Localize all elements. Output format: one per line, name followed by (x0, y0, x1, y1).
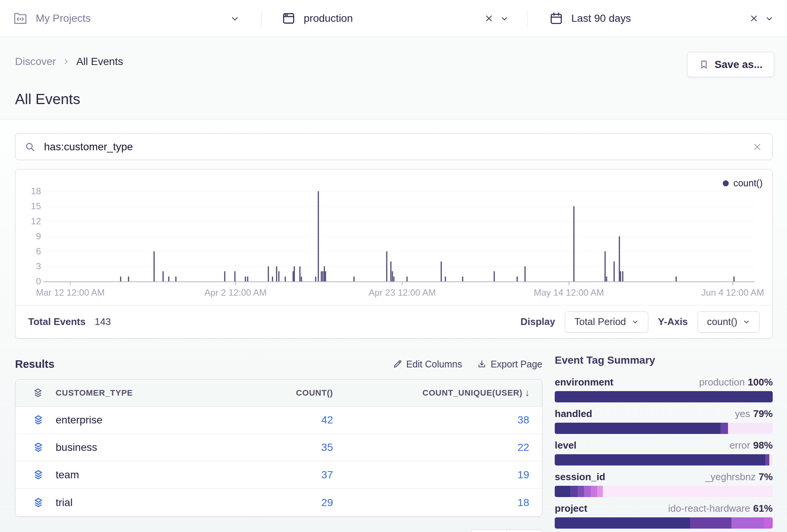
chart-bar (247, 277, 248, 281)
chart-bar (234, 271, 235, 281)
cell-count-unique-link[interactable]: 19 (333, 469, 542, 481)
col-count-unique[interactable]: COUNT_UNIQUE(USER) ↓ (333, 387, 542, 399)
chevron-down-icon[interactable] (230, 14, 240, 24)
window-icon (281, 11, 296, 26)
tag-distribution-bar[interactable] (555, 454, 773, 466)
clear-search-icon[interactable] (752, 142, 763, 152)
chart-bar (619, 236, 620, 281)
clear-date-range-icon[interactable] (749, 14, 759, 23)
edit-columns-button[interactable]: Edit Columns (393, 359, 462, 370)
chart-bar (224, 271, 226, 281)
chart-bar (245, 277, 246, 281)
previous-page-button[interactable] (471, 530, 507, 532)
project-filter[interactable]: My Projects (12, 0, 91, 36)
events-chart-panel: count() 0369121518 Mar 12 12:00 AMApr 2 … (15, 169, 773, 339)
cell-count-unique-link[interactable]: 22 (333, 441, 542, 453)
chevron-down-icon (631, 318, 639, 326)
tag-entry: handledyes79% (555, 408, 773, 434)
layers-icon (32, 387, 44, 399)
chart-legend[interactable]: count() (723, 178, 763, 189)
chart-bar (353, 277, 354, 281)
table-row[interactable]: team3719 (15, 461, 542, 489)
col-count[interactable]: COUNT() (138, 388, 333, 398)
edit-columns-label: Edit Columns (406, 359, 462, 370)
table-row[interactable]: enterprise4238 (15, 407, 542, 434)
chart-bar (272, 277, 273, 281)
chart-bar (494, 271, 495, 281)
chart-bar (168, 277, 170, 281)
tag-percent: 7% (758, 471, 773, 482)
results-table-body: enterprise4238business3522team3719trial2… (15, 407, 542, 516)
y-axis-select[interactable]: count() (698, 311, 760, 332)
cell-count-unique-link[interactable]: 18 (333, 497, 542, 509)
chart-bar (390, 261, 391, 281)
chevron-down-icon[interactable] (500, 14, 509, 23)
tag-bar-segment (731, 517, 764, 529)
tag-bar-segment (584, 486, 590, 497)
chart-bar (620, 271, 621, 281)
save-as-button[interactable]: Save as... (687, 52, 774, 77)
chart-bar (386, 251, 387, 281)
date-range-filter[interactable]: Last 90 days (549, 0, 631, 36)
x-axis-tick (70, 282, 71, 285)
x-axis-label: Jun 4 12:00 AM (701, 287, 764, 298)
discover-page: My Projects production (0, 0, 787, 532)
chart-bar (128, 277, 129, 281)
chart-bar (315, 277, 316, 281)
chart-bar (393, 277, 394, 281)
breadcrumb-discover-link[interactable]: Discover (15, 56, 56, 68)
cell-count-unique-link[interactable]: 38 (333, 414, 542, 426)
chart-bar (318, 191, 319, 281)
tag-bar-segment (597, 486, 603, 497)
tag-bar-segment (570, 486, 578, 497)
table-row[interactable]: business3522 (15, 434, 542, 461)
tag-distribution-bar[interactable] (555, 517, 773, 529)
cell-count-link[interactable]: 29 (138, 497, 333, 509)
download-icon (477, 359, 487, 369)
chart-bar (440, 261, 442, 281)
search-input[interactable] (44, 141, 752, 153)
tag-bar-segment (578, 486, 584, 497)
chevron-down-icon[interactable] (765, 14, 774, 23)
tag-entry: environmentproduction100% (555, 376, 773, 402)
table-row[interactable]: trial2918 (15, 489, 542, 516)
display-select[interactable]: Total Period (565, 311, 648, 332)
tag-top-value: production (699, 376, 745, 388)
chart-bar (324, 266, 325, 281)
tag-bar-segment (764, 517, 773, 529)
chart-bar (734, 277, 735, 281)
tag-distribution-bar[interactable] (555, 391, 773, 402)
tag-distribution-bar[interactable] (555, 423, 773, 434)
tag-key: environment (555, 376, 613, 388)
clear-environment-icon[interactable] (484, 14, 494, 23)
cell-customer-type: trial (56, 497, 73, 509)
next-page-button[interactable] (507, 530, 542, 532)
global-header: My Projects production (0, 0, 787, 36)
chart-bar (675, 277, 677, 281)
pencil-icon (393, 359, 403, 369)
cell-count-link[interactable]: 42 (138, 414, 333, 426)
tag-percent: 61% (753, 503, 773, 514)
x-axis-tick (235, 282, 236, 285)
chart-bar (622, 271, 624, 281)
chart-bar (573, 206, 574, 281)
tag-bar-segment (765, 454, 770, 466)
export-page-button[interactable]: Export Page (477, 359, 542, 370)
tag-distribution-bar[interactable] (555, 486, 773, 497)
chart-bar (614, 261, 615, 281)
tag-bar-segment (603, 486, 773, 497)
chart-bar (300, 266, 301, 281)
x-axis-tick (569, 282, 569, 285)
tag-top-value: error (729, 440, 750, 451)
display-label: Display (521, 316, 555, 328)
chart-bar (321, 271, 322, 281)
cell-count-link[interactable]: 37 (138, 469, 333, 481)
legend-dot-icon (723, 180, 729, 186)
results-table-header: CUSTOMER_TYPE COUNT() COUNT_UNIQUE(USER)… (15, 379, 542, 407)
col-customer-type[interactable]: CUSTOMER_TYPE (56, 388, 133, 398)
cell-count-link[interactable]: 35 (138, 441, 333, 453)
display-select-value: Total Period (574, 316, 626, 328)
event-tag-summary: Event Tag Summary environmentproduction1… (555, 354, 773, 532)
environment-filter[interactable]: production (281, 0, 353, 36)
x-axis-tick (402, 282, 403, 285)
